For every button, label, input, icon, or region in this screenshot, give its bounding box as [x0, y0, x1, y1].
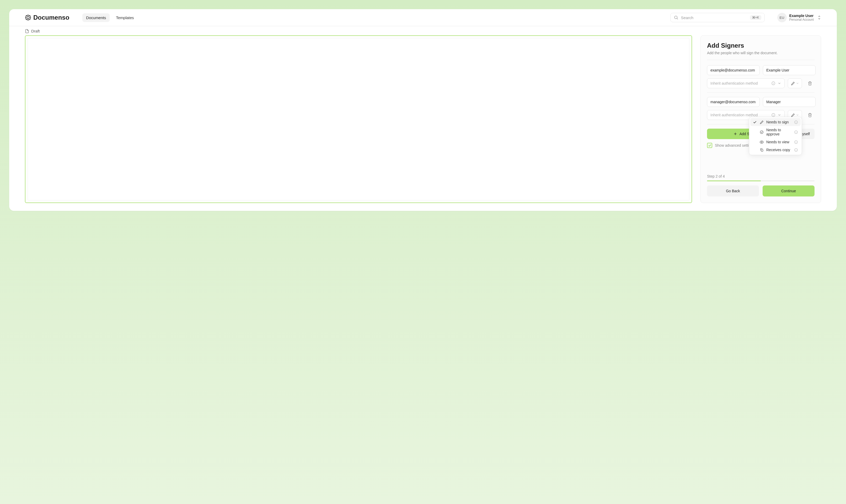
pen-icon: [760, 120, 764, 124]
side-panel: Add Signers Add the people who will sign…: [701, 35, 821, 203]
role-option-copy[interactable]: Receives copy: [750, 146, 801, 154]
divider: [707, 60, 814, 60]
user-name: Example User: [789, 14, 814, 18]
pen-icon: [791, 82, 795, 85]
svg-line-2: [677, 18, 678, 19]
advanced-settings-label: Show advanced settings: [715, 143, 755, 147]
role-option-view[interactable]: Needs to view: [750, 138, 801, 146]
signer-block: Inherit authentication method: [707, 65, 814, 93]
copy-icon: [760, 148, 764, 152]
search-placeholder: Search: [681, 16, 747, 20]
nav-documents[interactable]: Documents: [82, 13, 110, 22]
action-row: Add Signer Add myself: [707, 129, 814, 139]
brand-name: Documenso: [33, 14, 69, 21]
brand-icon: [25, 14, 31, 21]
signer-name-input[interactable]: [763, 65, 816, 75]
top-bar: Documenso Documents Templates Search ⌘+K…: [9, 9, 837, 26]
brand-logo[interactable]: Documenso: [25, 14, 69, 21]
step-indicator: Step 2 of 4: [707, 174, 814, 178]
go-back-button[interactable]: Go Back: [707, 185, 759, 196]
chevron-down-icon: [796, 82, 799, 85]
continue-button[interactable]: Continue: [763, 185, 814, 196]
search-icon: [674, 15, 678, 20]
role-option-label: Needs to view: [766, 140, 792, 144]
auth-method-placeholder: Inherit authentication method: [710, 113, 769, 117]
pen-icon: [791, 113, 795, 117]
role-option-label: Receives copy: [766, 148, 792, 152]
signer-email-input[interactable]: [707, 97, 760, 107]
document-preview[interactable]: [25, 35, 692, 203]
eye-icon: [760, 140, 764, 144]
search-input[interactable]: Search ⌘+K: [670, 13, 765, 22]
svg-point-0: [27, 17, 29, 19]
role-select-button[interactable]: [788, 78, 802, 88]
nav-buttons: Go Back Continue: [707, 185, 814, 196]
info-icon: [771, 81, 775, 85]
svg-rect-22: [761, 149, 763, 151]
panel-footer: Step 2 of 4 Go Back Continue: [707, 174, 814, 196]
chevron-down-icon: [778, 113, 781, 117]
role-option-label: Needs to approve: [766, 128, 792, 136]
check-circle-icon: [760, 130, 764, 134]
trash-icon: [808, 113, 812, 118]
role-option-sign[interactable]: Needs to sign: [750, 118, 801, 126]
info-icon: [794, 130, 798, 134]
trash-icon: [808, 81, 812, 86]
signer-name-input[interactable]: [763, 97, 816, 107]
user-menu[interactable]: EU Example User Personal Account: [777, 13, 821, 22]
content: Draft Add Signers Add the people who wil…: [9, 26, 837, 211]
auth-method-select[interactable]: Inherit authentication method: [707, 78, 784, 88]
info-icon: [771, 113, 775, 117]
info-icon: [794, 120, 798, 124]
user-account: Personal Account: [789, 18, 814, 21]
auth-method-placeholder: Inherit authentication method: [710, 81, 769, 85]
svg-point-1: [674, 16, 677, 19]
panel-subtitle: Add the people who will sign the documen…: [707, 51, 814, 55]
nav-templates[interactable]: Templates: [112, 13, 137, 22]
avatar: EU: [777, 13, 787, 22]
svg-point-18: [761, 142, 762, 143]
role-option-approve[interactable]: Needs to approve: [750, 126, 801, 138]
role-dropdown: Needs to sign Needs to approve: [749, 117, 802, 155]
document-status: Draft: [31, 29, 40, 33]
search-shortcut: ⌘+K: [750, 15, 761, 20]
role-option-label: Needs to sign: [766, 120, 792, 124]
progress-fill: [707, 180, 761, 181]
chevron-updown-icon: [817, 15, 821, 20]
progress-bar: [707, 180, 814, 181]
svg-point-14: [760, 130, 763, 133]
app-window: Documenso Documents Templates Search ⌘+K…: [9, 9, 837, 211]
document-page: [28, 38, 689, 200]
document-icon: [25, 29, 29, 33]
checkbox-checked: [707, 143, 712, 148]
delete-signer-button[interactable]: [805, 110, 814, 120]
plus-icon: [733, 132, 738, 136]
info-icon: [794, 140, 798, 144]
nav-links: Documents Templates: [82, 13, 137, 22]
panel-title: Add Signers: [707, 42, 814, 49]
document-status-row: Draft: [25, 29, 821, 33]
chevron-down-icon: [778, 82, 781, 85]
main-grid: Add Signers Add the people who will sign…: [25, 35, 821, 203]
info-icon: [794, 148, 798, 152]
check-icon: [753, 120, 757, 124]
chevron-down-icon: [796, 113, 799, 116]
delete-signer-button[interactable]: [805, 78, 814, 88]
user-meta: Example User Personal Account: [789, 14, 814, 21]
signer-email-input[interactable]: [707, 65, 760, 75]
